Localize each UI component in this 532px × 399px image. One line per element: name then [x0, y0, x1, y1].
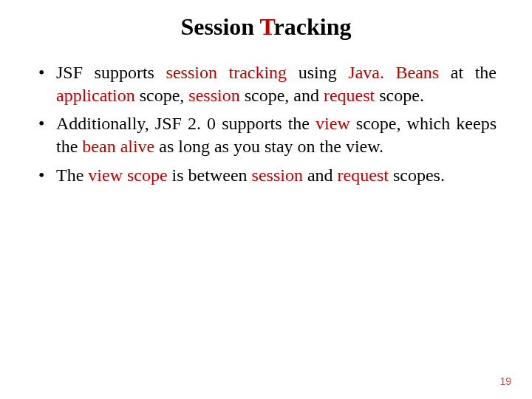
text-run: scope. [375, 86, 424, 105]
title-highlight-letter: T [260, 13, 274, 40]
text-run: Additionally, JSF 2. 0 supports the [56, 114, 316, 133]
title-part-after: racking [274, 13, 352, 40]
bullet-list: JSF supports session tracking using Java… [30, 61, 502, 187]
keyword: session tracking [166, 63, 287, 82]
keyword: session [188, 86, 239, 105]
text-run: scope, [135, 86, 189, 105]
keyword: session [252, 166, 303, 185]
keyword: request [324, 86, 375, 105]
text-run: JSF supports [56, 63, 166, 82]
text-run: is between [168, 166, 252, 185]
text-run: scope, and [240, 86, 324, 105]
bullet-item: The view scope is between session and re… [35, 164, 497, 187]
keyword: application [56, 86, 135, 105]
text-run: scopes. [389, 166, 445, 185]
keyword: bean alive [82, 137, 154, 156]
text-run: using [287, 63, 348, 82]
slide-title: Session Tracking [30, 13, 502, 41]
page-number: 19 [499, 375, 511, 387]
text-run: and [303, 166, 338, 185]
keyword: view [316, 114, 350, 133]
keyword: view scope [88, 166, 167, 185]
bullet-item: JSF supports session tracking using Java… [35, 61, 497, 106]
slide: Session Tracking JSF supports session tr… [0, 0, 532, 399]
keyword: Java. Beans [348, 63, 439, 82]
title-part-before: Session [181, 13, 260, 40]
text-run: at the [439, 63, 497, 82]
text-run: as long as you stay on the view. [154, 137, 383, 156]
text-run: The [56, 166, 88, 185]
keyword: request [338, 166, 389, 185]
bullet-item: Additionally, JSF 2. 0 supports the view… [35, 112, 497, 157]
